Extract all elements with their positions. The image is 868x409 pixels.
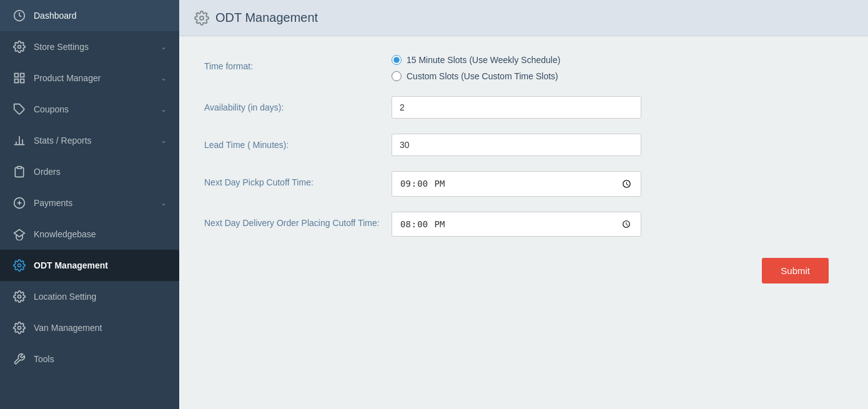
form-content: Time format: 15 Minute Slots (Use Weekly… <box>179 36 868 409</box>
delivery-cutoff-field <box>392 212 843 237</box>
sidebar-item-odt-management[interactable]: ODT Management <box>0 250 179 281</box>
gear2-icon <box>12 259 26 272</box>
pickup-cutoff-field <box>392 171 843 197</box>
time-format-field: 15 Minute Slots (Use Weekly Schedule) Cu… <box>392 55 843 81</box>
sidebar-item-store-settings[interactable]: Store Settings ⌄ <box>0 31 179 62</box>
sidebar-item-knowledgebase[interactable]: Knowledgebase <box>0 219 179 250</box>
sidebar-item-label: Coupons <box>34 104 160 114</box>
page-title-icon <box>194 11 209 26</box>
grid-icon <box>12 71 26 85</box>
time-format-row: Time format: 15 Minute Slots (Use Weekly… <box>204 55 843 81</box>
chevron-down-icon: ⌄ <box>160 105 167 114</box>
sidebar-item-dashboard[interactable]: Dashboard <box>0 0 179 31</box>
submit-area: Submit <box>392 258 829 283</box>
sidebar-item-label: Van Management <box>34 323 167 333</box>
sidebar-item-label: ODT Management <box>34 260 167 270</box>
sidebar-item-location-setting[interactable]: Location Setting <box>0 281 179 312</box>
lead-time-field <box>392 134 843 156</box>
gear-icon <box>12 40 26 54</box>
sidebar-item-van-management[interactable]: Van Management <box>0 312 179 343</box>
sidebar: Dashboard Store Settings ⌄ Product Manag… <box>0 0 179 409</box>
pickup-cutoff-label: Next Day Pickp Cutoff Time: <box>204 171 392 187</box>
delivery-cutoff-row: Next Day Delivery Order Placing Cutoff T… <box>204 212 843 237</box>
time-format-label: Time format: <box>204 55 392 71</box>
bar-chart-icon <box>12 134 26 147</box>
pickup-cutoff-input[interactable] <box>392 171 641 197</box>
dollar-icon <box>12 196 26 210</box>
delivery-cutoff-label: Next Day Delivery Order Placing Cutoff T… <box>204 212 392 228</box>
sidebar-item-product-manager[interactable]: Product Manager ⌄ <box>0 62 179 94</box>
radio-custom[interactable]: Custom Slots (Use Custom Time Slots) <box>392 71 843 81</box>
sidebar-item-label: Location Setting <box>34 292 167 302</box>
radio-15min-input[interactable] <box>392 55 402 65</box>
sidebar-item-stats-reports[interactable]: Stats / Reports ⌄ <box>0 125 179 156</box>
svg-rect-3 <box>21 74 24 77</box>
lead-time-row: Lead Time ( Minutes): <box>204 134 843 156</box>
main-content: ODT Management Time format: 15 Minute Sl… <box>179 0 868 409</box>
hat-icon <box>12 227 26 241</box>
clock-icon <box>12 9 26 22</box>
chevron-down-icon: ⌄ <box>160 74 167 82</box>
sidebar-item-coupons[interactable]: Coupons ⌄ <box>0 94 179 125</box>
svg-point-18 <box>200 16 204 20</box>
sidebar-item-payments[interactable]: Payments ⌄ <box>0 187 179 219</box>
sidebar-item-label: Payments <box>34 198 160 208</box>
pickup-cutoff-row: Next Day Pickp Cutoff Time: <box>204 171 843 197</box>
lead-time-label: Lead Time ( Minutes): <box>204 134 392 150</box>
tag-icon <box>12 102 26 116</box>
sidebar-item-orders[interactable]: Orders <box>0 156 179 187</box>
svg-point-15 <box>18 264 21 267</box>
gear4-icon <box>12 321 26 335</box>
availability-label: Availability (in days): <box>204 96 392 112</box>
svg-rect-2 <box>15 74 19 77</box>
svg-point-16 <box>18 295 21 298</box>
page-header: ODT Management <box>179 0 868 36</box>
svg-rect-4 <box>21 79 24 83</box>
chevron-down-icon: ⌄ <box>160 42 167 51</box>
radio-custom-label: Custom Slots (Use Custom Time Slots) <box>407 71 558 81</box>
svg-rect-5 <box>15 79 19 83</box>
sidebar-item-label: Product Manager <box>34 73 160 83</box>
submit-row: Submit <box>204 252 843 283</box>
sidebar-item-label: Store Settings <box>34 42 160 52</box>
sidebar-item-label: Knowledgebase <box>34 229 167 239</box>
wrench-icon <box>12 352 26 366</box>
delivery-cutoff-input[interactable] <box>392 212 641 237</box>
chevron-down-icon: ⌄ <box>160 136 167 145</box>
sidebar-item-label: Stats / Reports <box>34 136 160 145</box>
svg-point-1 <box>18 46 21 49</box>
radio-custom-input[interactable] <box>392 71 402 81</box>
radio-15min[interactable]: 15 Minute Slots (Use Weekly Schedule) <box>392 55 843 65</box>
lead-time-input[interactable] <box>392 134 641 156</box>
gear3-icon <box>12 290 26 303</box>
availability-input[interactable] <box>392 96 641 119</box>
availability-field <box>392 96 843 119</box>
sidebar-item-label: Tools <box>34 354 167 364</box>
svg-point-17 <box>18 327 21 330</box>
chevron-down-icon: ⌄ <box>160 199 167 207</box>
sidebar-item-label: Dashboard <box>34 11 167 21</box>
radio-15min-label: 15 Minute Slots (Use Weekly Schedule) <box>407 55 560 65</box>
clipboard-icon <box>12 165 26 179</box>
availability-row: Availability (in days): <box>204 96 843 119</box>
submit-button[interactable]: Submit <box>762 258 829 283</box>
page-title: ODT Management <box>215 11 318 25</box>
sidebar-item-label: Orders <box>34 167 167 177</box>
svg-rect-11 <box>17 167 22 169</box>
sidebar-item-tools[interactable]: Tools <box>0 343 179 375</box>
